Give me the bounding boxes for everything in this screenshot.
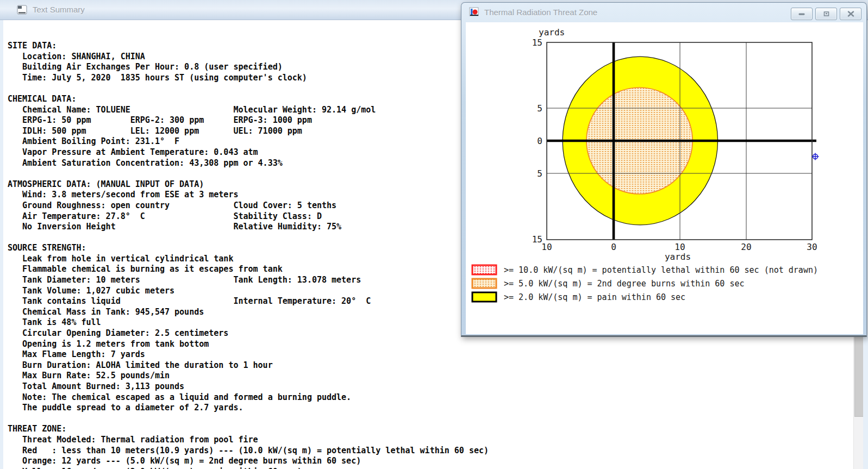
location-cursor-icon xyxy=(812,153,819,160)
y-tick-m5: 5 xyxy=(537,168,542,179)
threat-plot-icon xyxy=(469,7,479,17)
x-tick-20: 20 xyxy=(741,242,751,252)
threat-zone-chart: yards 15 5 0 5 15 10 0 10 20 30 yards xyxy=(466,22,863,334)
threat-zone-titlebar[interactable]: Thermal Radiation Threat Zone xyxy=(461,3,866,22)
legend-swatch-orange xyxy=(472,279,496,288)
x-tick-m10: 10 xyxy=(541,242,552,252)
legend-label-orange: >= 5.0 kW/(sq m) = 2nd degree burns with… xyxy=(504,279,745,289)
y-tick-0: 0 xyxy=(537,136,542,146)
text-summary-title: Text Summary xyxy=(33,5,85,14)
window-controls xyxy=(791,8,861,20)
y-tick-m15: 15 xyxy=(532,234,542,245)
x-axis-unit: yards xyxy=(665,252,691,262)
close-button[interactable] xyxy=(840,8,861,20)
threat-zone-body: yards 15 5 0 5 15 10 0 10 20 30 yards xyxy=(466,22,863,334)
x-tick-10: 10 xyxy=(675,242,685,252)
text-summary-left-frame xyxy=(0,20,3,469)
desktop: Text Summary SITE DATA: Location: SHANGH… xyxy=(0,0,868,469)
legend-swatch-red xyxy=(472,265,496,274)
threat-zone-title: Thermal Radiation Threat Zone xyxy=(484,8,597,17)
y-axis-unit: yards xyxy=(539,27,565,37)
x-tick-30: 30 xyxy=(807,242,817,252)
scrollbar-thumb[interactable] xyxy=(854,326,864,417)
y-tick-15: 15 xyxy=(532,37,542,48)
threat-zone-window: Thermal Radiation Threat Zone xyxy=(461,2,867,337)
y-tick-5: 5 xyxy=(537,103,542,114)
minimize-icon xyxy=(798,12,805,16)
restore-button[interactable] xyxy=(815,8,837,20)
summary-text: SITE DATA: Location: SHANGHAI, CHINA Bui… xyxy=(8,41,489,469)
legend-label-red: >= 10.0 kW/(sq m) = potentially lethal w… xyxy=(504,265,818,275)
legend-swatch-yellow xyxy=(472,292,496,302)
restore-icon xyxy=(823,11,830,17)
x-tick-0: 0 xyxy=(611,242,616,252)
minimize-button[interactable] xyxy=(791,8,813,20)
document-icon xyxy=(17,5,28,15)
close-icon xyxy=(847,11,854,17)
legend-label-yellow: >= 2.0 kW/(sq m) = pain within 60 sec xyxy=(504,292,685,302)
chart-legend: >= 10.0 kW/(sq m) = potentially lethal w… xyxy=(472,265,818,302)
